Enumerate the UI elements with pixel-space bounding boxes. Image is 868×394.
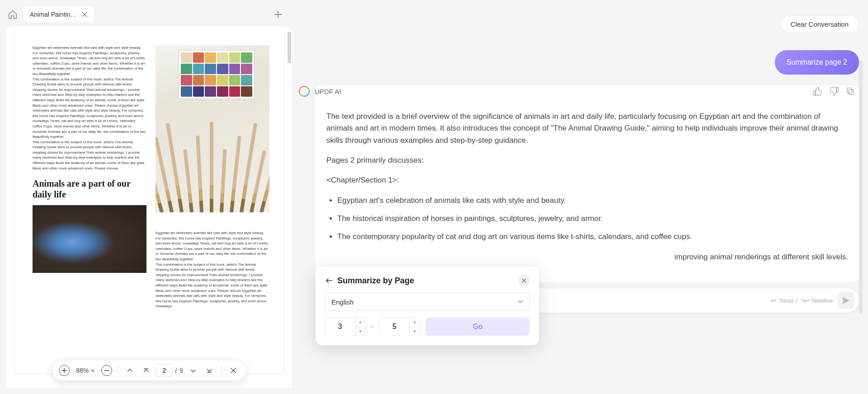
step-down-button[interactable]: ▼ (355, 327, 365, 336)
thumbs-down-icon[interactable] (829, 86, 839, 96)
document-page: Egyptian art celebrates animals like cat… (14, 31, 284, 374)
zoom-level: 88% (76, 367, 89, 374)
new-tab-button[interactable] (270, 7, 286, 22)
return-icon (325, 276, 334, 285)
send-hint: Send (779, 297, 793, 304)
ai-intro-paragraph: The text provided is a brief overview of… (326, 111, 848, 146)
ai-bullet-item: The historical inspiration of horses in … (337, 213, 848, 225)
close-icon (230, 367, 237, 374)
send-icon (841, 296, 850, 305)
tab-bar: Animal Paintin… (6, 6, 292, 23)
viewer-toolbar: 88% / 9 (52, 361, 246, 380)
page-from-input[interactable] (325, 318, 355, 336)
send-button[interactable] (837, 292, 854, 309)
copy-icon[interactable] (845, 86, 855, 96)
step-down-button[interactable]: ▼ (410, 327, 420, 336)
step-up-button[interactable]: ▲ (355, 318, 365, 327)
chevron-down-icon (189, 367, 197, 374)
chevron-down-bar-icon (206, 367, 213, 374)
user-message: Summarize page 2 (775, 50, 859, 75)
first-page-button[interactable] (140, 364, 152, 377)
chat-header: Clear Conversation (298, 6, 862, 37)
scrollbar-thumb[interactable] (859, 61, 863, 314)
chevron-up-icon (126, 367, 133, 374)
document-body-text-right: Egyptian art celebrates animals like cat… (156, 230, 269, 309)
hint-sep: / (796, 297, 797, 304)
zoom-out-button[interactable] (101, 365, 112, 376)
svg-point-0 (299, 86, 309, 96)
document-heading: Animals are a part of our daily life (33, 178, 146, 200)
tab-active[interactable]: Animal Paintin… (24, 6, 94, 23)
popup-title: Summarize by Page (337, 276, 414, 286)
chevron-down-icon (90, 369, 95, 372)
chat-hints: Send / Newline (769, 297, 833, 304)
plus-icon (61, 368, 67, 373)
document-image-butterfly (33, 205, 146, 273)
summarize-by-page-popup: Summarize by Page English ▲ ▼ - ▲ ▼ (316, 267, 539, 345)
page-up-button[interactable] (123, 364, 136, 377)
document-scrollbar[interactable] (288, 26, 292, 388)
enter-icon (769, 298, 777, 303)
go-button[interactable]: Go (425, 318, 530, 336)
zoom-level-dropdown[interactable]: 88% (73, 365, 98, 376)
close-toolbar-button[interactable] (227, 364, 240, 377)
zoom-in-button[interactable] (59, 365, 70, 376)
ai-bullet-item: The contemporary popularity of cat and d… (337, 231, 848, 243)
chevron-up-bar-icon (142, 367, 150, 374)
page-sep: / (175, 367, 177, 374)
separator (221, 366, 222, 375)
separator (118, 366, 118, 375)
ai-trailing-line: improving animal renderings at different… (326, 251, 848, 263)
chat-scrollbar[interactable] (859, 6, 863, 388)
updf-logo-icon (298, 85, 310, 97)
tab-label: Animal Paintin… (30, 11, 77, 18)
ai-chapter-lead: <Chapter/Section 1>: (326, 174, 848, 186)
home-icon (8, 9, 18, 19)
document-viewer[interactable]: Egyptian art celebrates animals like cat… (6, 26, 292, 388)
svg-rect-1 (849, 89, 854, 94)
clear-conversation-button[interactable]: Clear Conversation (780, 15, 859, 33)
page-number-input[interactable] (156, 364, 172, 377)
ai-bullet-item: Egyptian art's celebration of animals li… (337, 195, 848, 206)
plus-icon (274, 10, 283, 19)
minus-icon (104, 368, 109, 373)
ai-name: UPDF AI (315, 88, 341, 95)
document-image-palette (156, 45, 269, 212)
language-select[interactable]: English (325, 293, 530, 311)
ai-bullet-list: Egyptian art's celebration of animals li… (337, 195, 848, 243)
document-body-text: Egyptian art celebrates animals like cat… (33, 45, 146, 171)
page-indicator: / 9 (156, 364, 183, 377)
ai-section-lead: Pages 2 primarily discusses: (326, 155, 848, 166)
last-page-button[interactable] (203, 364, 216, 377)
page-down-button[interactable] (187, 364, 199, 377)
ai-response: UPDF AI The text provided is a brief ove… (316, 85, 859, 282)
shift-enter-icon (800, 298, 809, 303)
close-icon[interactable] (81, 11, 88, 18)
close-icon (521, 278, 527, 283)
page-from-stepper[interactable]: ▲ ▼ (325, 317, 366, 336)
popup-close-button[interactable] (518, 275, 530, 286)
step-up-button[interactable]: ▲ (410, 318, 420, 327)
page-total: 9 (179, 367, 183, 374)
page-to-input[interactable] (379, 318, 409, 336)
thumbs-up-icon[interactable] (813, 86, 823, 96)
newline-hint: Newline (812, 297, 833, 304)
page-to-stepper[interactable]: ▲ ▼ (379, 317, 420, 336)
range-dash: - (371, 323, 373, 331)
scrollbar-thumb[interactable] (288, 32, 291, 63)
home-button[interactable] (6, 8, 19, 21)
svg-rect-2 (847, 88, 852, 93)
